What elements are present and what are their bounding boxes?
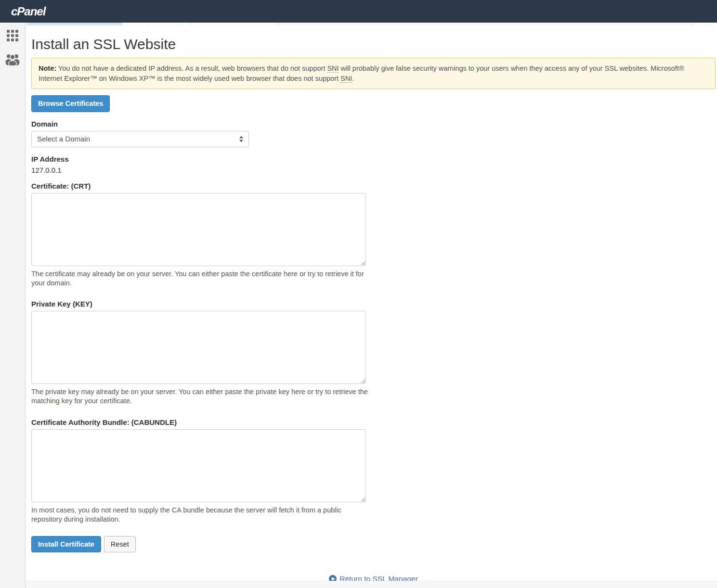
cpanel-logo[interactable]: cPanel <box>11 6 45 17</box>
ca-bundle-label: Certificate Authority Bundle: (CABUNDLE) <box>31 418 716 427</box>
reset-button[interactable]: Reset <box>104 536 136 553</box>
sni-abbreviation: SNI <box>327 64 339 73</box>
ca-bundle-textarea[interactable] <box>31 429 366 502</box>
domain-select[interactable]: Select a Domain <box>31 131 249 147</box>
grid-icon <box>7 30 18 41</box>
certificate-crt-help: The certificate may already be on your s… <box>31 269 368 288</box>
private-key-label: Private Key (KEY) <box>31 300 716 308</box>
clipped-tab <box>277 23 691 26</box>
private-key-help: The private key may already be on your s… <box>31 387 368 406</box>
clipped-tab-active <box>27 23 122 26</box>
ip-address-value: 127.0.0.1 <box>31 166 716 174</box>
sidebar-item-tools[interactable] <box>6 29 19 42</box>
certificate-crt-textarea[interactable] <box>31 193 366 266</box>
clipped-tab <box>147 23 190 26</box>
clipped-tab <box>190 23 277 26</box>
footer-strip <box>26 581 717 588</box>
sidebar-item-users[interactable] <box>6 52 19 65</box>
domain-label: Domain <box>31 120 716 128</box>
browse-certificates-button[interactable]: Browse Certificates <box>31 95 110 112</box>
note-label: Note: <box>39 64 56 72</box>
users-group-icon <box>5 52 20 65</box>
main-content: Install an SSL Website Note: You do not … <box>26 23 717 588</box>
sni-warning-note: Note: You do not have a dedicated IP add… <box>31 58 716 89</box>
clipped-tab <box>691 23 717 26</box>
ca-bundle-help: In most cases, you do not need to supply… <box>31 506 368 524</box>
page-title: Install an SSL Website <box>31 36 716 53</box>
clipped-tab-strip <box>26 23 717 26</box>
top-navbar: cPanel <box>0 0 717 23</box>
install-certificate-button[interactable]: Install Certificate <box>31 536 101 553</box>
certificate-crt-label: Certificate: (CRT) <box>31 182 716 191</box>
private-key-textarea[interactable] <box>31 311 366 384</box>
sni-abbreviation: SNI <box>340 75 352 83</box>
left-sidebar <box>0 23 26 588</box>
ip-address-label: IP Address <box>31 155 716 164</box>
clipped-tab <box>122 23 147 26</box>
